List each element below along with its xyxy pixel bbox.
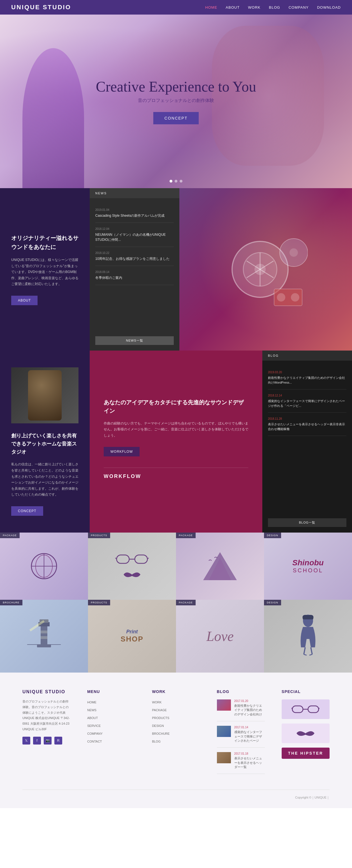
portfolio-item-6[interactable]: PRODUCTS Print SHOP	[88, 600, 176, 673]
footer-blog-title-3: 表示させたいメニューを表示させるヘッダー一覧	[234, 756, 265, 769]
footer-work-item-5[interactable]: BROCHURE	[152, 731, 200, 736]
hero-dot-3[interactable]	[180, 180, 182, 183]
nav-home[interactable]: HOME	[205, 5, 217, 9]
footer-brand: UNIQUE STUDIO	[22, 689, 70, 694]
footer-work-item-4[interactable]: DESIGN	[152, 723, 200, 728]
news-title-3: 10周年記念、お得な感謝プランをご用意しました	[95, 256, 174, 261]
social-rss[interactable]: R	[54, 737, 62, 745]
svg-rect-19	[135, 555, 147, 563]
portfolio-item-2[interactable]: PRODUCTS	[88, 533, 176, 600]
nav-about[interactable]: ABOUT	[226, 5, 240, 9]
blog-left-heading: 創り上げていく楽しさを共有できるアットホームな音楽スタジオ	[11, 432, 79, 456]
footer-blog-thumb-3	[217, 752, 231, 763]
portfolio-tag-7: PACKAGE	[176, 600, 196, 606]
blog-date-3: 2018.11.28	[268, 417, 346, 420]
concept-button[interactable]: CONCEPT	[11, 506, 43, 516]
svg-point-12	[277, 293, 285, 302]
hero-content: Creative Experience to You 音のプロフェッショナルとの…	[96, 79, 256, 124]
svg-rect-31	[41, 636, 47, 639]
hero-dot-2[interactable]	[175, 180, 177, 183]
blog-left-body: 私もの信念は、一緒に創り上げていく楽しさを皆と共有していくだこと。どのような音楽…	[11, 461, 79, 498]
woman-svg	[294, 614, 322, 658]
footer-menu-item-home[interactable]: HOME	[87, 700, 135, 705]
news-center-panel: NEWS 2019.01.04 Cascading Style Sheetsの新…	[90, 188, 179, 350]
nav-company[interactable]: COMPANY	[289, 5, 309, 9]
blog-section: 創り上げていく楽しさを共有できるアットホームな音楽スタジオ 私もの信念は、一緒に…	[0, 350, 352, 533]
portfolio-item-4[interactable]: DESIGN Shinobu SCHOOL	[264, 533, 352, 600]
footer-work-item-6[interactable]: BLOG	[152, 739, 200, 744]
hero-subtitle: 音のプロフェッショナルとの創作体験	[96, 98, 256, 103]
portfolio-tag-4: DESIGN	[264, 533, 281, 538]
nav-links: HOME ABOUT WORK BLOG COMPANY DOWNLOAD	[205, 5, 341, 9]
portfolio-item-5[interactable]: BROCHURE	[0, 600, 88, 673]
blog-title-1: 創造性豊かなクリエイティブ集団のためのデザイン会社向けWordPress...	[268, 375, 346, 385]
footer-blog-thumb-1	[217, 700, 231, 711]
portfolio-icon-5	[0, 600, 88, 673]
footer-brand-col: UNIQUE STUDIO 音のプロフェッショナルとの創作体験。音のプロフェッシ…	[22, 689, 70, 779]
social-twitter[interactable]: 𝕏	[22, 737, 30, 745]
footer-menu-item-service[interactable]: SERVICE	[87, 723, 135, 728]
footer-blog-item-3: 2017.01.18 表示させたいメニューを表示させるヘッダー一覧	[217, 752, 265, 774]
footer-blog-title-1: 創造性豊かなクリエイティブ集団のためのデザイン会社向け	[234, 704, 265, 716]
svg-rect-18	[117, 555, 129, 563]
social-facebook[interactable]: f	[33, 737, 41, 745]
blog-left-panel: 創り上げていく楽しさを共有できるアットホームな音楽スタジオ 私もの信念は、一緒に…	[0, 350, 90, 533]
portfolio-icon-2	[88, 533, 176, 600]
portfolio-item-8[interactable]: DESIGN	[264, 600, 352, 673]
footer-menu-list: HOME NEWS ABOUT SERVICE COMPANY CONTACT	[87, 700, 135, 744]
footer-work-col: WORK WORK PACKAGE PRODUCTS DESIGN BROCHU…	[152, 689, 200, 779]
footer-menu-item-about[interactable]: ABOUT	[87, 715, 135, 720]
lighthouse-svg	[27, 617, 61, 656]
footer-blog-thumb-2	[217, 726, 231, 737]
news-more-button[interactable]: NEWS一覧	[95, 336, 174, 345]
portfolio-item-3[interactable]: PACKAGE	[176, 533, 264, 600]
footer-work-item-1[interactable]: WORK	[152, 700, 200, 705]
svg-rect-39	[308, 706, 319, 713]
svg-point-10	[290, 248, 298, 257]
svg-rect-32	[37, 645, 51, 647]
footer-menu-item-contact[interactable]: CONTACT	[87, 739, 135, 744]
footer-menu-item-news[interactable]: NEWS	[87, 707, 135, 712]
social-instagram[interactable]: 📷	[44, 737, 52, 745]
blog-center-heading: あなたのアイデアをカタチにする先進的なサウンドデザイン	[104, 398, 248, 415]
footer-blog-date-1: 2017.01.20	[234, 700, 265, 703]
hero-dot-1[interactable]	[170, 180, 172, 183]
svg-line-37	[310, 654, 312, 655]
footer-work-heading: WORK	[152, 689, 200, 694]
nav-download[interactable]: DOWNLOAD	[317, 5, 341, 9]
workflow-text-area: WorkfLoW	[104, 468, 248, 485]
nav-blog[interactable]: BLOG	[269, 5, 280, 9]
special-hipster-badge[interactable]: THE HIPSTER	[282, 748, 330, 759]
portfolio-item-1[interactable]: PACKAGE	[0, 533, 88, 600]
about-button[interactable]: ABOUT	[11, 296, 37, 305]
news-date-2: 2018.12.04	[95, 227, 174, 230]
blog-more-button[interactable]: BLOG一覧	[268, 518, 346, 527]
tape-reel-svg	[224, 227, 308, 311]
footer-work-item-2[interactable]: PACKAGE	[152, 707, 200, 712]
footer-menu-item-company[interactable]: COMPANY	[87, 731, 135, 736]
blog-item-3: 2018.11.28 表示させたいメニューを表示させるヘッダー表示非表示合わせ機…	[268, 413, 346, 436]
footer-menu-heading: MENU	[87, 689, 135, 694]
special-moustache-item[interactable]	[282, 723, 330, 743]
footer-blog-date-2: 2017.01.14	[234, 726, 265, 729]
shinobu-text: Shinobu SCHOOL	[292, 558, 324, 574]
blog-title-2: 感覚的なインターフェースで簡単にデザインされたページが作れる「ページビ...	[268, 399, 346, 408]
news-left-heading: オリジナリティー溢れるサウンドをあなたに	[11, 234, 79, 251]
shinobu-school: SCHOOL	[292, 567, 324, 574]
hero-cta-button[interactable]: CONCEPT	[153, 112, 199, 124]
special-moustache-svg	[294, 728, 317, 739]
footer-work-item-3[interactable]: PRODUCTS	[152, 715, 200, 720]
portfolio-item-7[interactable]: PACKAGE Love	[176, 600, 264, 673]
blog-date-2: 2018.12.14	[268, 394, 346, 397]
portfolio-icon-3	[176, 533, 264, 600]
news-date-1: 2019.01.04	[95, 208, 174, 211]
special-glasses-item[interactable]	[282, 700, 330, 719]
studio-image	[11, 367, 79, 423]
news-title-4: 冬季休暇のご案内	[95, 275, 174, 280]
portfolio-row-1: PACKAGE PRODUCTS PACKA	[0, 533, 352, 600]
workflow-button[interactable]: WORKFLOW	[104, 447, 140, 456]
footer-special-content: THE HIPSTER	[282, 700, 330, 759]
blog-items-list: 2019.03.20 創造性豊かなクリエイティブ集団のためのデザイン会社向けWo…	[262, 361, 352, 513]
nav-work[interactable]: WORK	[248, 5, 260, 9]
hero-dots	[170, 180, 182, 183]
